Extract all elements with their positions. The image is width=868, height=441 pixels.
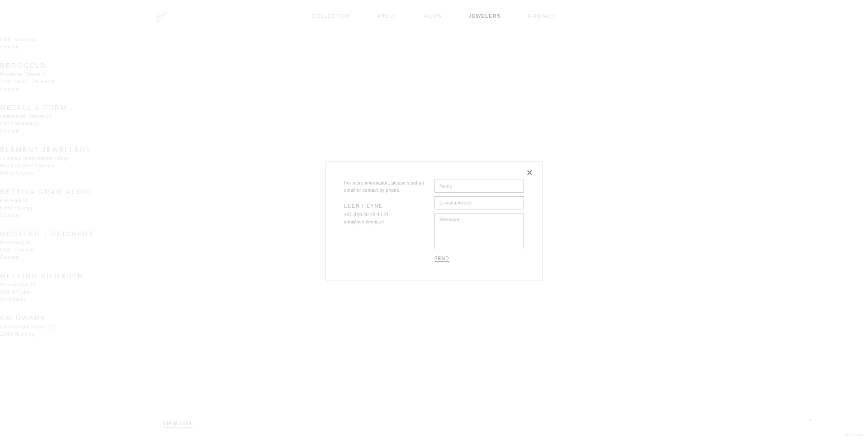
modal-right-panel: SEND [434, 180, 524, 262]
modal-contact-email: info@leenheyne.nl [344, 218, 425, 226]
modal-contact-name: LEEN HEYNE [344, 203, 425, 209]
send-button[interactable]: SEND [434, 256, 449, 262]
modal-left-panel: For more information, please send an ema… [344, 180, 434, 226]
contact-modal: ✕ For more information, please send an e… [326, 161, 542, 280]
email-input[interactable] [434, 196, 524, 209]
modal-description: For more information, please send an ema… [344, 180, 425, 194]
name-input[interactable] [434, 180, 524, 193]
message-input[interactable] [434, 213, 524, 249]
modal-close-button[interactable]: ✕ [526, 169, 533, 177]
modal-overlay: ✕ For more information, please send an e… [0, 0, 868, 349]
modal-contact-phone: +31 (0)6 40 48 40 21 [344, 211, 425, 218]
